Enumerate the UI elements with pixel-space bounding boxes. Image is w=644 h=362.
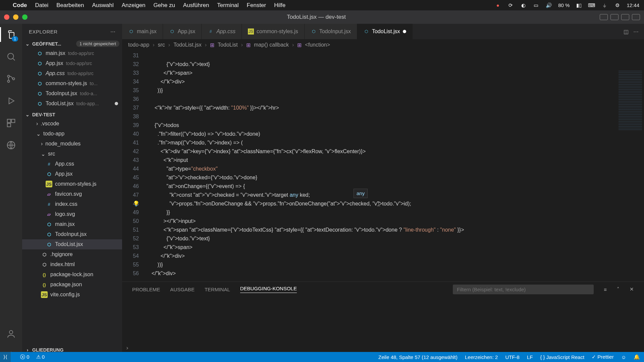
editor-tab[interactable]: ⬡App.jsx (163, 24, 202, 39)
tab-more-icon[interactable]: ⋯ (633, 28, 639, 35)
breadcrumb-item[interactable]: TodoList (218, 42, 238, 48)
panel-close-icon[interactable]: ✕ (630, 286, 634, 292)
file-item[interactable]: #index.css (22, 199, 122, 209)
activity-explorer-icon[interactable]: 1 (5, 28, 17, 41)
window-maximize-button[interactable] (22, 14, 28, 20)
file-item[interactable]: #App.css (22, 159, 122, 169)
open-editor-item[interactable]: ⬡TodoList.jsx todo-app... (22, 99, 122, 109)
status-indent[interactable]: Leerzeichen: 2 (465, 354, 498, 360)
open-editor-item[interactable]: ⬡TodoInput.jsx todo-a... (22, 88, 122, 99)
open-editor-item[interactable]: ⬡main.jsx todo-app/src (22, 48, 122, 58)
file-item[interactable]: ⬡main.jsx (22, 219, 122, 229)
menu-file[interactable]: Datei (35, 2, 49, 9)
status-language[interactable]: { } JavaScript React (540, 354, 584, 360)
status-encoding[interactable]: UTF-8 (505, 354, 520, 360)
editor-tab[interactable]: #App.css (202, 24, 242, 39)
toggle-sidebar-icon[interactable] (600, 14, 608, 20)
breadcrumb[interactable]: todo-app›src›TodoList.jsx›⊞TodoList›⊞map… (122, 39, 644, 51)
window-minimize-button[interactable] (13, 14, 18, 20)
open-editor-item[interactable]: ⬡App.css todo-app/src (22, 68, 122, 78)
menu-edit[interactable]: Bearbeiten (56, 2, 84, 9)
menu-help[interactable]: Hilfe (274, 2, 285, 9)
editor-tab[interactable]: ⬡TodoList.jsx (357, 24, 413, 39)
project-header[interactable]: ⌄ DEV-TEST (22, 111, 122, 119)
file-item[interactable]: {}package.json (22, 280, 122, 290)
file-item[interactable]: ▱logo.svg (22, 209, 122, 219)
display-icon[interactable]: ▭ (533, 3, 539, 8)
sync-icon[interactable]: ⟳ (507, 3, 514, 8)
panel-collapse-icon[interactable]: ˄ (617, 286, 620, 292)
editor-tab[interactable]: ⬡main.jsx (122, 24, 163, 39)
file-item[interactable]: JSvite.config.js (22, 290, 122, 300)
panel-tab-output[interactable]: AUSGABE (170, 287, 195, 292)
breadcrumb-item[interactable]: TodoList.jsx (173, 42, 202, 48)
toggle-secondary-sidebar-icon[interactable] (621, 14, 629, 20)
menu-go[interactable]: Gehe zu (154, 2, 175, 9)
folder-item[interactable]: ›.vscode (22, 119, 122, 129)
panel-settings-icon[interactable]: ≡ (604, 287, 607, 292)
open-editor-item[interactable]: ⬡common-styles.js to... (22, 78, 122, 88)
status-prettier[interactable]: ✓ Prettier (592, 354, 614, 360)
window-titlebar: TodoList.jsx — dev-test (0, 10, 644, 24)
remote-indicator[interactable]: ⟩⟨ (0, 352, 11, 362)
file-item[interactable]: ⬡.hgignore (22, 249, 122, 259)
breadcrumb-item[interactable]: map() callback (254, 42, 289, 48)
open-editor-item[interactable]: ⬡App.jsx todo-app/src (22, 58, 122, 68)
sidebar-more-icon[interactable]: ⋯ (110, 28, 116, 35)
panel-tab-problems[interactable]: PROBLEME (132, 287, 160, 292)
status-feedback-icon[interactable]: ☺ (621, 354, 626, 360)
volume-icon[interactable]: 🔊 (545, 3, 552, 8)
menubar-app-name[interactable]: Code (13, 2, 27, 9)
folder-item[interactable]: ›node_modules (22, 139, 122, 149)
file-icon: # (46, 161, 52, 167)
file-item[interactable]: JScommon-styles.js (22, 179, 122, 189)
status-bell-icon[interactable]: 🔔 (634, 354, 640, 360)
minimap[interactable] (612, 51, 644, 282)
panel-tab-terminal[interactable]: TERMINAL (205, 287, 230, 292)
status-warnings[interactable]: ⚠ 0 (36, 354, 45, 360)
folder-item[interactable]: ⌄todo-app (22, 129, 122, 139)
toggle-panel-icon[interactable] (610, 14, 619, 20)
breadcrumb-item[interactable]: src (158, 42, 165, 48)
file-icon: ⬡ (128, 28, 134, 35)
debug-console-prompt[interactable]: › (125, 344, 129, 351)
split-editor-icon[interactable]: ◫ (624, 28, 629, 35)
menu-terminal[interactable]: Terminal (217, 2, 238, 9)
file-item[interactable]: ▱favicon.svg (22, 189, 122, 199)
breadcrumb-item[interactable]: <function> (305, 42, 330, 48)
keyboard-layout-icon[interactable]: ⌨ (588, 3, 595, 8)
file-item[interactable]: ⬡TodoInput.jsx (22, 229, 122, 239)
status-cursor-position[interactable]: Zeile 48, Spalte 57 (12 ausgewählt) (378, 354, 458, 360)
menu-run[interactable]: Ausführen (183, 2, 209, 9)
activity-extensions-icon[interactable] (5, 117, 17, 129)
file-item[interactable]: {}package-lock.json (22, 269, 122, 280)
code-editor[interactable]: {"v">todo."v">text} </"k">span> </"k">di… (146, 51, 612, 282)
debug-console-filter-input[interactable] (453, 285, 594, 294)
folder-item[interactable]: ⌄src (22, 149, 122, 159)
file-item[interactable]: ⬡index.html (22, 259, 122, 269)
activity-remote-icon[interactable] (5, 139, 17, 151)
activity-source-control-icon[interactable] (5, 73, 17, 85)
activity-search-icon[interactable] (5, 51, 17, 63)
lightbulb-icon[interactable]: 💡 (133, 199, 140, 208)
customize-layout-icon[interactable] (632, 14, 640, 20)
status-eol[interactable]: LF (527, 354, 533, 360)
menu-selection[interactable]: Auswahl (92, 2, 113, 9)
menu-view[interactable]: Anzeigen (122, 2, 146, 9)
editor-tab[interactable]: JScommon-styles.js (242, 24, 305, 39)
menu-window[interactable]: Fenster (247, 2, 266, 9)
menubar-clock[interactable]: 12:44 (627, 2, 639, 8)
activity-run-debug-icon[interactable] (5, 95, 17, 107)
status-errors[interactable]: ⓧ 0 (20, 354, 30, 360)
activity-account-icon[interactable] (5, 328, 17, 340)
file-item[interactable]: ⬡TodoList.jsx (22, 239, 122, 249)
window-close-button[interactable] (4, 14, 9, 20)
wifi-icon[interactable]: ⏚ (601, 3, 608, 8)
control-center-icon[interactable]: ⚙ (614, 3, 621, 8)
panel-tab-debug-console[interactable]: DEBUGGING-KONSOLE (240, 286, 297, 293)
open-editors-header[interactable]: ⌄ GEÖFFNET... 1 nicht gespeichert (22, 39, 122, 48)
breadcrumb-item[interactable]: todo-app (128, 42, 149, 48)
file-item[interactable]: ⬡App.jsx (22, 169, 122, 179)
dnd-icon[interactable]: ◐ (520, 3, 527, 8)
editor-tab[interactable]: ⬡TodoInput.jsx (305, 24, 357, 39)
